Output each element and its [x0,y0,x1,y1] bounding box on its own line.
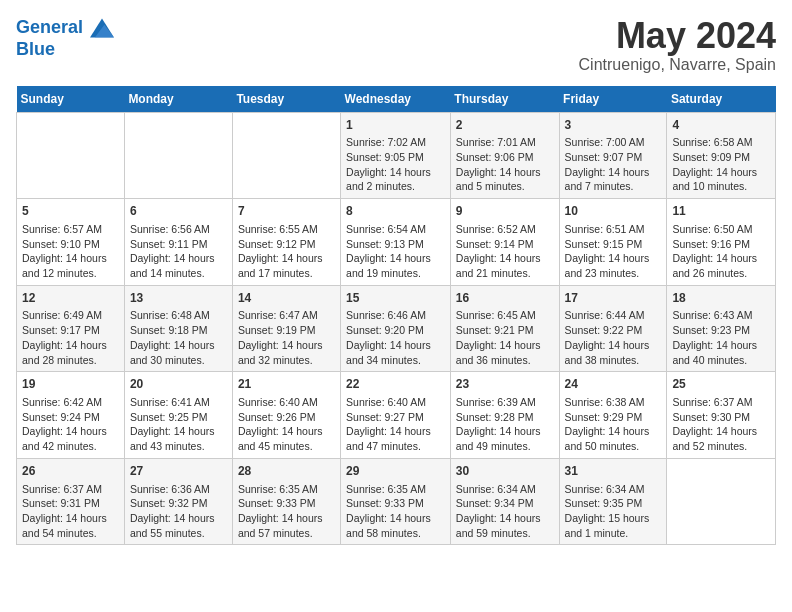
cell-content-line: Sunset: 9:13 PM [346,237,445,252]
calendar-cell: 19Sunrise: 6:42 AMSunset: 9:24 PMDayligh… [17,372,125,459]
calendar-cell: 10Sunrise: 6:51 AMSunset: 9:15 PMDayligh… [559,199,667,286]
calendar-cell: 21Sunrise: 6:40 AMSunset: 9:26 PMDayligh… [232,372,340,459]
weekday-header-friday: Friday [559,86,667,113]
cell-content-line: Sunrise: 6:37 AM [22,482,119,497]
calendar-cell: 18Sunrise: 6:43 AMSunset: 9:23 PMDayligh… [667,285,776,372]
cell-content-line: Sunrise: 6:57 AM [22,222,119,237]
cell-content-line: and 45 minutes. [238,439,335,454]
cell-content-line: and 43 minutes. [130,439,227,454]
day-number: 16 [456,290,554,307]
calendar-cell: 26Sunrise: 6:37 AMSunset: 9:31 PMDayligh… [17,458,125,545]
cell-content-line: Sunset: 9:09 PM [672,150,770,165]
cell-content-line: and 38 minutes. [565,353,662,368]
day-number: 24 [565,376,662,393]
calendar-week-2: 5Sunrise: 6:57 AMSunset: 9:10 PMDaylight… [17,199,776,286]
cell-content-line: Sunset: 9:07 PM [565,150,662,165]
cell-content-line: Sunrise: 6:55 AM [238,222,335,237]
cell-content-line: and 30 minutes. [130,353,227,368]
cell-content-line: Sunrise: 6:40 AM [238,395,335,410]
cell-content-line: Sunrise: 7:00 AM [565,135,662,150]
day-number: 9 [456,203,554,220]
calendar-cell [232,112,340,199]
calendar-cell [17,112,125,199]
calendar-cell: 29Sunrise: 6:35 AMSunset: 9:33 PMDayligh… [341,458,451,545]
cell-content-line: Daylight: 14 hours [565,251,662,266]
location-title: Cintruenigo, Navarre, Spain [579,56,776,74]
day-number: 29 [346,463,445,480]
cell-content-line: Daylight: 14 hours [130,251,227,266]
cell-content-line: Sunset: 9:16 PM [672,237,770,252]
cell-content-line: Daylight: 14 hours [565,338,662,353]
cell-content-line: and 52 minutes. [672,439,770,454]
weekday-header-saturday: Saturday [667,86,776,113]
calendar-cell: 2Sunrise: 7:01 AMSunset: 9:06 PMDaylight… [450,112,559,199]
calendar-cell: 16Sunrise: 6:45 AMSunset: 9:21 PMDayligh… [450,285,559,372]
day-number: 19 [22,376,119,393]
day-number: 22 [346,376,445,393]
cell-content-line: Daylight: 14 hours [346,165,445,180]
calendar-cell: 7Sunrise: 6:55 AMSunset: 9:12 PMDaylight… [232,199,340,286]
cell-content-line: Sunrise: 6:46 AM [346,308,445,323]
cell-content-line: Daylight: 14 hours [346,338,445,353]
cell-content-line: and 5 minutes. [456,179,554,194]
cell-content-line: Daylight: 14 hours [130,424,227,439]
cell-content-line: Daylight: 14 hours [565,424,662,439]
calendar-cell [667,458,776,545]
cell-content-line: Sunset: 9:34 PM [456,496,554,511]
title-area: May 2024 Cintruenigo, Navarre, Spain [579,16,776,74]
cell-content-line: and 49 minutes. [456,439,554,454]
cell-content-line: Sunset: 9:05 PM [346,150,445,165]
cell-content-line: and 10 minutes. [672,179,770,194]
cell-content-line: Daylight: 14 hours [130,338,227,353]
cell-content-line: Sunset: 9:12 PM [238,237,335,252]
cell-content-line: Daylight: 14 hours [672,424,770,439]
cell-content-line: Daylight: 14 hours [456,511,554,526]
day-number: 1 [346,117,445,134]
day-number: 2 [456,117,554,134]
day-number: 5 [22,203,119,220]
logo: General Blue [16,16,114,60]
calendar-week-1: 1Sunrise: 7:02 AMSunset: 9:05 PMDaylight… [17,112,776,199]
cell-content-line: Daylight: 14 hours [346,511,445,526]
cell-content-line: Sunset: 9:20 PM [346,323,445,338]
day-number: 6 [130,203,227,220]
cell-content-line: Daylight: 14 hours [456,165,554,180]
calendar-cell [124,112,232,199]
cell-content-line: Sunrise: 6:51 AM [565,222,662,237]
cell-content-line: Sunrise: 6:35 AM [238,482,335,497]
calendar-cell: 13Sunrise: 6:48 AMSunset: 9:18 PMDayligh… [124,285,232,372]
cell-content-line: Sunset: 9:11 PM [130,237,227,252]
cell-content-line: and 26 minutes. [672,266,770,281]
cell-content-line: and 47 minutes. [346,439,445,454]
calendar-week-4: 19Sunrise: 6:42 AMSunset: 9:24 PMDayligh… [17,372,776,459]
cell-content-line: Daylight: 14 hours [238,424,335,439]
day-number: 8 [346,203,445,220]
cell-content-line: Daylight: 14 hours [346,424,445,439]
day-number: 25 [672,376,770,393]
cell-content-line: Sunset: 9:17 PM [22,323,119,338]
cell-content-line: and 12 minutes. [22,266,119,281]
cell-content-line: and 57 minutes. [238,526,335,541]
cell-content-line: Daylight: 14 hours [456,251,554,266]
cell-content-line: Sunrise: 6:50 AM [672,222,770,237]
cell-content-line: Daylight: 14 hours [22,251,119,266]
cell-content-line: Sunrise: 7:01 AM [456,135,554,150]
day-number: 12 [22,290,119,307]
day-number: 13 [130,290,227,307]
cell-content-line: and 55 minutes. [130,526,227,541]
cell-content-line: and 2 minutes. [346,179,445,194]
cell-content-line: Sunset: 9:33 PM [346,496,445,511]
cell-content-line: Sunrise: 6:38 AM [565,395,662,410]
calendar-cell: 5Sunrise: 6:57 AMSunset: 9:10 PMDaylight… [17,199,125,286]
calendar-cell: 17Sunrise: 6:44 AMSunset: 9:22 PMDayligh… [559,285,667,372]
cell-content-line: Sunrise: 6:43 AM [672,308,770,323]
calendar-cell: 23Sunrise: 6:39 AMSunset: 9:28 PMDayligh… [450,372,559,459]
cell-content-line: Sunrise: 6:54 AM [346,222,445,237]
cell-content-line: and 17 minutes. [238,266,335,281]
day-number: 27 [130,463,227,480]
cell-content-line: and 21 minutes. [456,266,554,281]
weekday-header-row: SundayMondayTuesdayWednesdayThursdayFrid… [17,86,776,113]
cell-content-line: Sunrise: 6:37 AM [672,395,770,410]
cell-content-line: and 14 minutes. [130,266,227,281]
cell-content-line: and 54 minutes. [22,526,119,541]
